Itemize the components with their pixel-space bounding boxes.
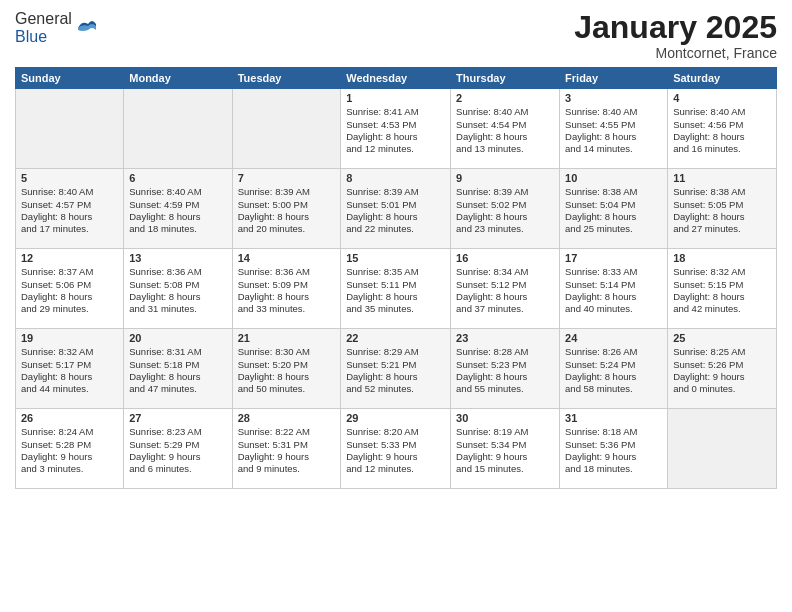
day-detail: Sunset: 5:12 PM: [456, 279, 554, 291]
day-number: 8: [346, 172, 445, 184]
day-detail: Sunset: 5:06 PM: [21, 279, 118, 291]
day-detail: Sunrise: 8:31 AM: [129, 346, 226, 358]
calendar-week-1: 1Sunrise: 8:41 AMSunset: 4:53 PMDaylight…: [16, 89, 777, 169]
day-detail: Sunset: 5:21 PM: [346, 359, 445, 371]
day-detail: Sunrise: 8:36 AM: [238, 266, 336, 278]
day-detail: and 0 minutes.: [673, 383, 771, 395]
day-detail: and 23 minutes.: [456, 223, 554, 235]
day-number: 17: [565, 252, 662, 264]
day-detail: Daylight: 8 hours: [21, 371, 118, 383]
day-detail: and 15 minutes.: [456, 463, 554, 475]
day-detail: Sunset: 5:24 PM: [565, 359, 662, 371]
day-detail: Daylight: 8 hours: [565, 211, 662, 223]
calendar-cell: 29Sunrise: 8:20 AMSunset: 5:33 PMDayligh…: [341, 409, 451, 489]
day-detail: Daylight: 8 hours: [346, 291, 445, 303]
calendar-cell: [232, 89, 341, 169]
day-number: 13: [129, 252, 226, 264]
logo-blue-text: Blue: [15, 28, 47, 45]
day-number: 31: [565, 412, 662, 424]
calendar-cell: 16Sunrise: 8:34 AMSunset: 5:12 PMDayligh…: [451, 249, 560, 329]
day-detail: Sunrise: 8:41 AM: [346, 106, 445, 118]
calendar-cell: 25Sunrise: 8:25 AMSunset: 5:26 PMDayligh…: [668, 329, 777, 409]
day-detail: Sunrise: 8:40 AM: [673, 106, 771, 118]
location-subtitle: Montcornet, France: [574, 45, 777, 61]
calendar-cell: 6Sunrise: 8:40 AMSunset: 4:59 PMDaylight…: [124, 169, 232, 249]
day-number: 27: [129, 412, 226, 424]
day-detail: Sunrise: 8:28 AM: [456, 346, 554, 358]
day-detail: Sunset: 5:18 PM: [129, 359, 226, 371]
header-wednesday: Wednesday: [341, 68, 451, 89]
header-monday: Monday: [124, 68, 232, 89]
day-number: 22: [346, 332, 445, 344]
calendar-cell: 22Sunrise: 8:29 AMSunset: 5:21 PMDayligh…: [341, 329, 451, 409]
calendar-cell: 13Sunrise: 8:36 AMSunset: 5:08 PMDayligh…: [124, 249, 232, 329]
day-detail: Sunset: 5:17 PM: [21, 359, 118, 371]
day-detail: Sunrise: 8:22 AM: [238, 426, 336, 438]
day-detail: and 12 minutes.: [346, 463, 445, 475]
day-detail: Daylight: 9 hours: [673, 371, 771, 383]
day-number: 2: [456, 92, 554, 104]
day-detail: Sunrise: 8:32 AM: [673, 266, 771, 278]
day-detail: Sunset: 5:08 PM: [129, 279, 226, 291]
calendar-cell: 5Sunrise: 8:40 AMSunset: 4:57 PMDaylight…: [16, 169, 124, 249]
calendar-cell: 15Sunrise: 8:35 AMSunset: 5:11 PMDayligh…: [341, 249, 451, 329]
calendar-week-4: 19Sunrise: 8:32 AMSunset: 5:17 PMDayligh…: [16, 329, 777, 409]
calendar-cell: 3Sunrise: 8:40 AMSunset: 4:55 PMDaylight…: [560, 89, 668, 169]
day-detail: Daylight: 8 hours: [238, 211, 336, 223]
day-detail: Daylight: 9 hours: [346, 451, 445, 463]
day-detail: Daylight: 8 hours: [238, 291, 336, 303]
day-detail: Sunrise: 8:18 AM: [565, 426, 662, 438]
day-detail: Sunset: 4:56 PM: [673, 119, 771, 131]
calendar-cell: 11Sunrise: 8:38 AMSunset: 5:05 PMDayligh…: [668, 169, 777, 249]
header-tuesday: Tuesday: [232, 68, 341, 89]
header-saturday: Saturday: [668, 68, 777, 89]
day-number: 25: [673, 332, 771, 344]
day-detail: and 25 minutes.: [565, 223, 662, 235]
day-detail: and 13 minutes.: [456, 143, 554, 155]
day-detail: Sunset: 5:04 PM: [565, 199, 662, 211]
day-detail: Sunrise: 8:38 AM: [565, 186, 662, 198]
day-detail: Daylight: 8 hours: [129, 291, 226, 303]
calendar-cell: 10Sunrise: 8:38 AMSunset: 5:04 PMDayligh…: [560, 169, 668, 249]
day-detail: and 42 minutes.: [673, 303, 771, 315]
day-detail: and 37 minutes.: [456, 303, 554, 315]
day-detail: Daylight: 8 hours: [565, 291, 662, 303]
day-detail: Sunset: 5:02 PM: [456, 199, 554, 211]
day-number: 9: [456, 172, 554, 184]
day-detail: Sunset: 5:34 PM: [456, 439, 554, 451]
day-detail: Daylight: 9 hours: [456, 451, 554, 463]
day-detail: and 58 minutes.: [565, 383, 662, 395]
day-detail: Sunrise: 8:39 AM: [456, 186, 554, 198]
day-number: 1: [346, 92, 445, 104]
day-detail: Daylight: 8 hours: [673, 291, 771, 303]
month-title: January 2025: [574, 10, 777, 45]
calendar-cell: 4Sunrise: 8:40 AMSunset: 4:56 PMDaylight…: [668, 89, 777, 169]
day-number: 24: [565, 332, 662, 344]
calendar-cell: 9Sunrise: 8:39 AMSunset: 5:02 PMDaylight…: [451, 169, 560, 249]
day-detail: and 55 minutes.: [456, 383, 554, 395]
day-detail: Sunset: 5:28 PM: [21, 439, 118, 451]
day-detail: and 3 minutes.: [21, 463, 118, 475]
calendar-cell: 21Sunrise: 8:30 AMSunset: 5:20 PMDayligh…: [232, 329, 341, 409]
calendar-cell: 17Sunrise: 8:33 AMSunset: 5:14 PMDayligh…: [560, 249, 668, 329]
day-detail: Sunrise: 8:34 AM: [456, 266, 554, 278]
day-detail: Sunset: 4:54 PM: [456, 119, 554, 131]
calendar-cell: 26Sunrise: 8:24 AMSunset: 5:28 PMDayligh…: [16, 409, 124, 489]
day-detail: and 12 minutes.: [346, 143, 445, 155]
day-detail: and 33 minutes.: [238, 303, 336, 315]
day-detail: Daylight: 9 hours: [129, 451, 226, 463]
day-detail: Daylight: 8 hours: [673, 211, 771, 223]
calendar-cell: 8Sunrise: 8:39 AMSunset: 5:01 PMDaylight…: [341, 169, 451, 249]
day-detail: Sunset: 5:36 PM: [565, 439, 662, 451]
day-detail: Sunrise: 8:40 AM: [21, 186, 118, 198]
day-detail: Sunrise: 8:33 AM: [565, 266, 662, 278]
calendar-week-3: 12Sunrise: 8:37 AMSunset: 5:06 PMDayligh…: [16, 249, 777, 329]
day-number: 16: [456, 252, 554, 264]
day-detail: Daylight: 8 hours: [456, 211, 554, 223]
day-number: 19: [21, 332, 118, 344]
calendar-cell: 18Sunrise: 8:32 AMSunset: 5:15 PMDayligh…: [668, 249, 777, 329]
day-detail: Daylight: 8 hours: [238, 371, 336, 383]
day-detail: Sunrise: 8:40 AM: [456, 106, 554, 118]
day-detail: Sunrise: 8:29 AM: [346, 346, 445, 358]
day-detail: Sunset: 5:29 PM: [129, 439, 226, 451]
